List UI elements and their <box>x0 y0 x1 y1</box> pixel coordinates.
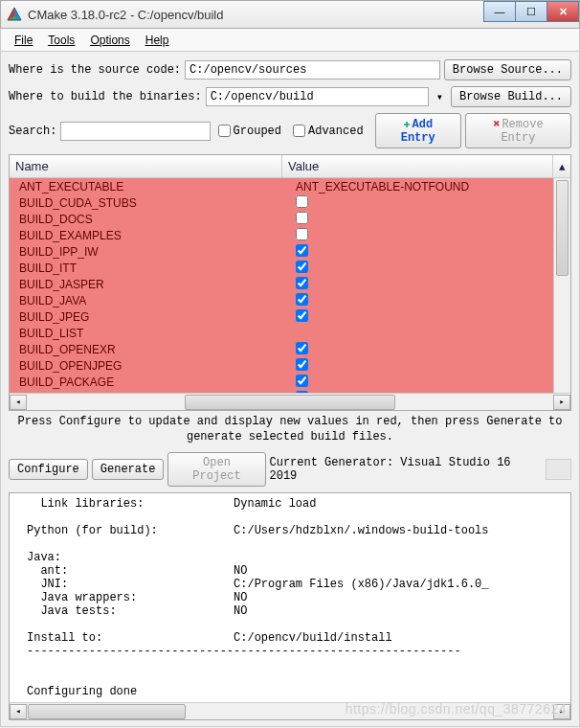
open-project-button[interactable]: Open Project <box>167 452 265 487</box>
maximize-button[interactable]: ☐ <box>515 1 547 22</box>
menu-file[interactable]: File <box>7 31 40 50</box>
cell-value[interactable] <box>282 342 553 357</box>
cell-name: BUILD_JAVA <box>10 294 282 307</box>
menu-tools[interactable]: Tools <box>40 31 82 50</box>
value-checkbox[interactable] <box>296 358 308 371</box>
cell-value[interactable] <box>282 195 553 211</box>
scroll-right-icon[interactable]: ▸ <box>553 395 570 410</box>
table-row[interactable]: BUILD_JASPER <box>10 276 553 292</box>
plus-icon: ✚ <box>403 118 410 131</box>
cell-name: BUILD_DOCS <box>10 213 282 226</box>
cell-name: ANT_EXECUTABLE <box>10 180 282 193</box>
output-log: Link libraries: Dynamic load Python (for… <box>9 492 571 720</box>
advanced-checkbox[interactable]: Advanced <box>293 125 364 138</box>
cell-name: BUILD_ITT <box>10 262 282 275</box>
cell-value[interactable] <box>282 261 553 276</box>
value-checkbox[interactable] <box>296 309 308 322</box>
window-buttons: — ☐ ✕ <box>484 1 579 22</box>
scroll-left-icon[interactable]: ◂ <box>10 704 27 719</box>
x-icon: ✖ <box>493 118 500 131</box>
menu-help[interactable]: Help <box>138 31 177 50</box>
generate-button[interactable]: Generate <box>92 459 165 480</box>
value-checkbox[interactable] <box>296 195 308 208</box>
table-row[interactable]: BUILD_OPENEXR <box>10 341 553 357</box>
cell-name: BUILD_OPENJPEG <box>10 359 282 373</box>
search-input[interactable] <box>60 122 210 141</box>
value-checkbox[interactable] <box>296 277 308 289</box>
source-input[interactable] <box>185 60 440 80</box>
value-checkbox[interactable] <box>296 228 308 240</box>
table-row[interactable]: ANT_EXECUTABLEANT_EXECUTABLE-NOTFOUND <box>10 178 553 194</box>
table-row[interactable]: BUILD_JPEG <box>10 308 553 325</box>
cmake-icon <box>7 7 22 22</box>
content: Where is the source code: Browse Source.… <box>0 52 580 727</box>
column-value[interactable]: Value <box>282 155 553 177</box>
cell-name: BUILD_JPEG <box>10 310 282 324</box>
value-checkbox[interactable] <box>296 375 308 387</box>
table-row[interactable]: BUILD_CUDA_STUBS <box>10 194 553 211</box>
generator-label: Current Generator: Visual Studio 16 2019 <box>270 456 538 483</box>
menubar: File Tools Options Help <box>0 29 580 52</box>
hint-text: Press Configure to update and display ne… <box>9 415 571 444</box>
cell-value[interactable] <box>282 358 553 374</box>
browse-build-button[interactable]: Browse Build... <box>451 86 571 107</box>
build-input[interactable] <box>206 87 429 106</box>
titlebar: CMake 3.18.0-rc2 - C:/opencv/build — ☐ ✕ <box>0 0 580 29</box>
table-row[interactable]: BUILD_OPENJPEG <box>10 357 553 374</box>
cell-name: BUILD_CUDA_STUBS <box>10 196 282 210</box>
search-label: Search: <box>9 125 56 138</box>
cell-name: BUILD_JASPER <box>10 278 282 291</box>
table-row[interactable]: BUILD_LIST <box>10 325 553 341</box>
table-row[interactable]: BUILD_DOCS <box>10 211 553 227</box>
close-button[interactable]: ✕ <box>547 1 579 22</box>
value-checkbox[interactable] <box>296 342 308 354</box>
config-table: Name Value ▴ ANT_EXECUTABLEANT_EXECUTABL… <box>9 154 571 411</box>
cell-value[interactable] <box>282 212 553 227</box>
cell-name: BUILD_PACKAGE <box>10 375 282 389</box>
scroll-left-icon[interactable]: ◂ <box>10 395 27 410</box>
table-body: ANT_EXECUTABLEANT_EXECUTABLE-NOTFOUNDBUI… <box>10 178 553 393</box>
table-row[interactable]: BUILD_JAVA <box>10 292 553 308</box>
add-entry-button[interactable]: ✚Add Entry <box>375 113 461 148</box>
dropdown-icon[interactable]: ▾ <box>433 90 447 104</box>
remove-entry-button[interactable]: ✖Remove Entry <box>465 113 571 148</box>
minimize-button[interactable]: — <box>483 1 516 22</box>
horizontal-scrollbar[interactable]: ◂ ▸ <box>10 393 570 410</box>
build-label: Where to build the binaries: <box>9 90 202 103</box>
cell-value[interactable] <box>282 293 553 308</box>
watermark: https://blog.csdn.net/qq_38772624 <box>346 701 567 717</box>
cell-value[interactable] <box>282 277 553 292</box>
log-text[interactable]: Link libraries: Dynamic load Python (for… <box>10 493 570 702</box>
value-checkbox[interactable] <box>296 261 308 273</box>
value-checkbox[interactable] <box>296 212 308 224</box>
cell-value[interactable]: ANT_EXECUTABLE-NOTFOUND <box>282 180 553 193</box>
table-row[interactable]: BUILD_IPP_IW <box>10 243 553 260</box>
value-checkbox[interactable] <box>296 293 308 306</box>
cell-value[interactable] <box>282 244 553 260</box>
cell-value[interactable] <box>282 228 553 243</box>
grouped-checkbox[interactable]: Grouped <box>218 125 281 138</box>
menu-options[interactable]: Options <box>82 31 137 50</box>
table-row[interactable]: BUILD_ITT <box>10 260 553 276</box>
blank-button <box>546 459 571 480</box>
cell-name: BUILD_IPP_IW <box>10 245 282 259</box>
scroll-up-icon[interactable]: ▴ <box>553 155 570 177</box>
cell-value[interactable] <box>282 375 553 390</box>
column-name[interactable]: Name <box>10 155 282 177</box>
window-title: CMake 3.18.0-rc2 - C:/opencv/build <box>28 8 223 22</box>
table-row[interactable]: BUILD_EXAMPLES <box>10 227 553 243</box>
source-label: Where is the source code: <box>9 63 181 77</box>
table-row[interactable]: BUILD_PACKAGE <box>10 374 553 390</box>
value-checkbox[interactable] <box>296 244 308 257</box>
browse-source-button[interactable]: Browse Source... <box>444 59 571 80</box>
cell-value[interactable] <box>282 309 553 325</box>
cell-name: BUILD_OPENEXR <box>10 343 282 356</box>
cell-name: BUILD_LIST <box>10 327 282 340</box>
vertical-scrollbar[interactable] <box>553 178 570 393</box>
configure-button[interactable]: Configure <box>9 459 88 480</box>
cell-name: BUILD_EXAMPLES <box>10 229 282 242</box>
